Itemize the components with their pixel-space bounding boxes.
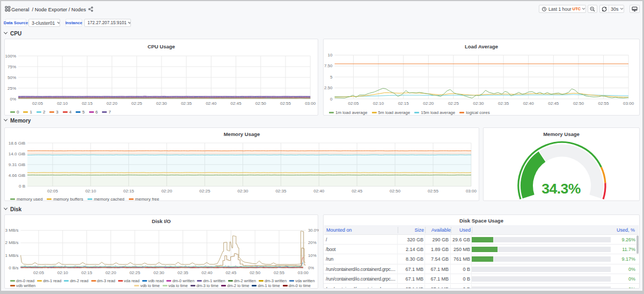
svg-text:0%: 0% (10, 97, 16, 102)
svg-text:02:45: 02:45 (548, 101, 559, 106)
svg-text:2.50: 2.50 (324, 85, 333, 90)
svg-text:02:30: 02:30 (473, 101, 484, 106)
svg-text:0: 0 (330, 97, 333, 102)
svg-text:3 MB/s: 3 MB/s (5, 228, 19, 233)
svg-text:02:25: 02:25 (200, 189, 211, 193)
svg-text:02:10: 02:10 (373, 101, 384, 106)
svg-text:02:50: 02:50 (255, 101, 267, 106)
svg-text:02:55: 02:55 (428, 189, 439, 193)
svg-text:9.31 GiB: 9.31 GiB (9, 162, 25, 167)
svg-text:02:35: 02:35 (498, 101, 509, 106)
svg-text:02:45: 02:45 (231, 101, 242, 106)
svg-text:02:55: 02:55 (280, 101, 291, 106)
svg-text:02:25: 02:25 (448, 101, 459, 106)
svg-text:02:45: 02:45 (352, 189, 363, 193)
svg-text:7.50: 7.50 (324, 63, 333, 68)
svg-text:02:35: 02:35 (275, 189, 287, 193)
svg-text:02:30: 02:30 (237, 189, 248, 193)
svg-text:0 B/s: 0 B/s (9, 266, 18, 270)
svg-text:02:25: 02:25 (131, 101, 143, 106)
svg-text:02:40: 02:40 (206, 101, 217, 106)
svg-text:14.0 GiB: 14.0 GiB (9, 152, 25, 156)
svg-text:2 MB/s: 2 MB/s (5, 240, 19, 245)
svg-text:34.3%: 34.3% (541, 181, 581, 197)
svg-text:03:00: 03:00 (305, 101, 316, 106)
svg-text:0 B: 0 B (19, 184, 25, 189)
svg-text:02:20: 02:20 (423, 101, 434, 106)
svg-text:02:30: 02:30 (156, 101, 167, 106)
svg-text:02:55: 02:55 (598, 101, 609, 106)
svg-text:1 MB/s: 1 MB/s (5, 253, 19, 258)
svg-text:02:40: 02:40 (523, 101, 535, 106)
svg-text:03:00: 03:00 (623, 101, 634, 106)
svg-text:03:00: 03:00 (466, 189, 477, 193)
svg-text:02:50: 02:50 (573, 101, 584, 106)
svg-text:02:05: 02:05 (348, 101, 359, 106)
svg-text:5: 5 (330, 75, 333, 80)
svg-text:02:40: 02:40 (313, 189, 325, 193)
svg-text:4.66 GiB: 4.66 GiB (9, 173, 25, 178)
svg-text:75%: 75% (8, 64, 16, 69)
svg-text:10%: 10% (308, 253, 317, 258)
svg-text:30.0%: 30.0% (308, 228, 319, 233)
svg-text:02:15: 02:15 (398, 101, 409, 106)
svg-text:02:35: 02:35 (181, 101, 192, 106)
svg-text:100%: 100% (5, 54, 16, 59)
svg-text:18.6 GiB: 18.6 GiB (9, 141, 25, 146)
svg-text:0%: 0% (308, 266, 314, 270)
svg-text:10: 10 (328, 53, 333, 58)
svg-text:20%: 20% (308, 240, 317, 245)
svg-text:02:50: 02:50 (390, 189, 401, 193)
svg-text:25%: 25% (8, 86, 16, 91)
svg-text:50%: 50% (8, 75, 16, 80)
